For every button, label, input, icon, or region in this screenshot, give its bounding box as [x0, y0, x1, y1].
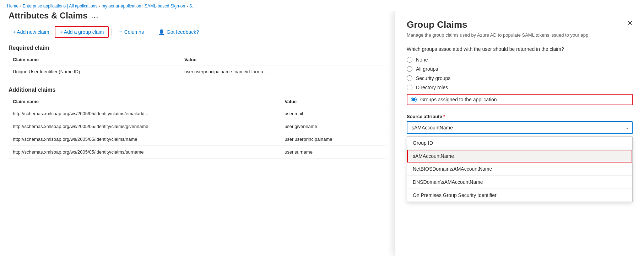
- required-claim-section-header: Required claim: [9, 45, 386, 51]
- columns-button[interactable]: ≡ Columns: [115, 27, 148, 37]
- breadcrumb-sep-3: ›: [186, 4, 188, 8]
- claim-value-cell: user.mail: [280, 107, 386, 120]
- toolbar-separator: [112, 28, 112, 36]
- required-star: *: [443, 114, 445, 119]
- breadcrumb-home[interactable]: Home: [7, 4, 18, 9]
- columns-icon: ≡: [119, 29, 122, 35]
- dropdown-item-on-premises[interactable]: On Premises Group Security Identifier: [407, 189, 632, 202]
- claim-value-cell: user.surname: [280, 146, 386, 159]
- dropdown-item-dnsdomain[interactable]: DNSDomain\sAMAccountName: [407, 176, 632, 189]
- dropdown-item-samaccountname[interactable]: sAMAccountName: [407, 150, 632, 162]
- table-row[interactable]: Unique User Identifier (Name ID) user.us…: [9, 65, 386, 78]
- feedback-button[interactable]: 👤 Got feedback?: [154, 27, 203, 37]
- radio-directory-roles-input[interactable]: [407, 85, 412, 90]
- radio-group: None All groups Security groups Director…: [407, 57, 633, 105]
- toolbar-separator-2: [151, 28, 151, 36]
- table-row[interactable]: http://schemas.xmlsoap.org/ws/2005/05/id…: [9, 120, 386, 133]
- radio-security-groups-input[interactable]: [407, 75, 412, 81]
- page-title-wrapper: Attributes & Claims ...: [9, 11, 386, 21]
- radio-groups-assigned-wrapper[interactable]: Groups assigned to the application: [407, 94, 633, 105]
- radio-none-label: None: [416, 57, 428, 63]
- breadcrumb-current[interactable]: S...: [189, 4, 196, 9]
- radio-directory-roles[interactable]: Directory roles: [407, 85, 633, 90]
- add-new-claim-button[interactable]: + Add new claim: [9, 27, 53, 37]
- dropdown-item-group-id[interactable]: Group ID: [407, 137, 632, 150]
- radio-all-groups-input[interactable]: [407, 66, 412, 72]
- source-attribute-label: Source attribute *: [407, 114, 633, 119]
- claim-name-cell: http://schemas.xmlsoap.org/ws/2005/05/id…: [9, 146, 280, 159]
- additional-col-claim-name: Claim name: [9, 96, 280, 107]
- table-row[interactable]: http://schemas.xmlsoap.org/ws/2005/05/id…: [9, 133, 386, 146]
- radio-security-groups-label: Security groups: [416, 75, 450, 81]
- required-claims-table: Claim name Value Unique User Identifier …: [9, 54, 386, 78]
- required-col-value: Value: [180, 54, 386, 65]
- claim-value-cell: user.givenname: [280, 120, 386, 133]
- claim-name-cell: http://schemas.xmlsoap.org/ws/2005/05/id…: [9, 120, 280, 133]
- radio-none-input[interactable]: [407, 57, 412, 63]
- feedback-label: Got feedback?: [167, 29, 199, 35]
- ellipsis-menu-button[interactable]: ...: [91, 12, 99, 20]
- toolbar: + Add new claim + Add a group claim ≡ Co…: [9, 26, 386, 38]
- add-group-claim-button[interactable]: + Add a group claim: [55, 26, 109, 38]
- table-row[interactable]: http://schemas.xmlsoap.org/ws/2005/05/id…: [9, 146, 386, 159]
- breadcrumb: Home › Enterprise applications | All app…: [0, 0, 644, 11]
- add-new-claim-label: + Add new claim: [13, 29, 49, 35]
- radio-all-groups-label: All groups: [416, 66, 438, 72]
- radio-directory-roles-label: Directory roles: [416, 85, 448, 90]
- claim-name-cell: http://schemas.xmlsoap.org/ws/2005/05/id…: [9, 133, 280, 146]
- dropdown-item-netbios[interactable]: NetBIOSDomain\sAMAccountName: [407, 162, 632, 176]
- breadcrumb-app[interactable]: my-sonar-application | SAML-based Sign-o…: [102, 4, 185, 9]
- columns-label: Columns: [124, 29, 144, 35]
- breadcrumb-sep-1: ›: [20, 4, 21, 8]
- radio-groups-assigned-input[interactable]: [411, 97, 417, 102]
- radio-security-groups[interactable]: Security groups: [407, 75, 633, 81]
- page-title: Attributes & Claims: [9, 11, 88, 21]
- radio-groups-assigned-label: Groups assigned to the application: [420, 97, 497, 102]
- claim-value-cell: user.userprincipalname: [280, 133, 386, 146]
- additional-claims-section-header: Additional claims: [9, 87, 386, 93]
- group-claims-panel: ✕ Group Claims Manage the group claims u…: [395, 11, 644, 256]
- panel-question: Which groups associated with the user sh…: [407, 46, 633, 52]
- feedback-icon: 👤: [158, 29, 164, 35]
- radio-all-groups[interactable]: All groups: [407, 66, 633, 72]
- radio-none[interactable]: None: [407, 57, 633, 63]
- close-icon: ✕: [627, 20, 633, 27]
- claim-name-cell: http://schemas.xmlsoap.org/ws/2005/05/id…: [9, 107, 280, 120]
- panel-subtitle: Manage the group claims used by Azure AD…: [407, 32, 633, 38]
- additional-col-value: Value: [280, 96, 386, 107]
- dropdown-list: Group ID sAMAccountName NetBIOSDomain\sA…: [407, 136, 633, 202]
- breadcrumb-sep-2: ›: [99, 4, 100, 8]
- additional-claims-table: Claim name Value http://schemas.xmlsoap.…: [9, 96, 386, 159]
- left-panel: Attributes & Claims ... + Add new claim …: [0, 11, 395, 256]
- claim-value-cell: user.userprincipalname [nameid-forma...: [180, 65, 386, 78]
- table-row[interactable]: http://schemas.xmlsoap.org/ws/2005/05/id…: [9, 107, 386, 120]
- close-panel-button[interactable]: ✕: [624, 18, 635, 28]
- source-attribute-dropdown-wrapper: Group ID sAMAccountName NetBIOSDomain\sA…: [407, 121, 633, 134]
- source-attribute-select[interactable]: Group ID sAMAccountName NetBIOSDomain\sA…: [407, 121, 633, 134]
- panel-title: Group Claims: [407, 19, 633, 30]
- required-col-claim-name: Claim name: [9, 54, 180, 65]
- claim-name-cell: Unique User Identifier (Name ID): [9, 65, 180, 78]
- add-group-claim-label: + Add a group claim: [60, 29, 104, 35]
- breadcrumb-enterprise[interactable]: Enterprise applications | All applicatio…: [23, 4, 98, 9]
